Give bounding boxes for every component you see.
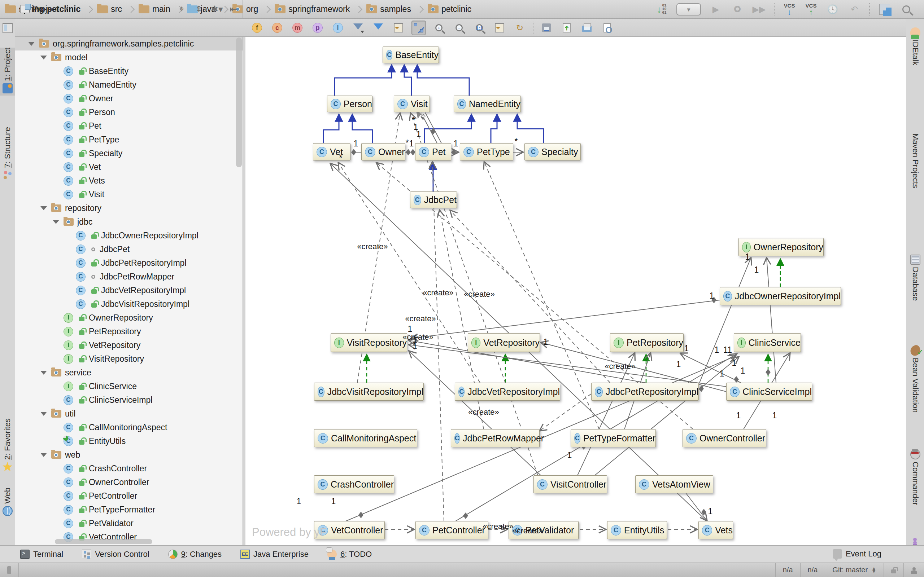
diagram-node-Person[interactable]: CPerson bbox=[327, 95, 373, 112]
expand-arrow-icon[interactable] bbox=[28, 42, 35, 46]
diagram-node-NamedEntity[interactable]: CNamedEntity bbox=[454, 95, 521, 112]
toolwindow-web[interactable]: Web bbox=[0, 488, 15, 518]
show-dependencies-button[interactable] bbox=[391, 21, 406, 35]
tree-row-util[interactable]: util bbox=[15, 407, 242, 421]
tree-row-Visit[interactable]: CVisit bbox=[15, 187, 242, 201]
expand-arrow-icon[interactable] bbox=[40, 453, 47, 457]
fit-content-button[interactable] bbox=[492, 21, 507, 35]
tree-row-ClinicServiceImpl[interactable]: CClinicServiceImpl bbox=[15, 393, 242, 407]
toolwindow-toggle-button[interactable] bbox=[0, 563, 19, 577]
hector-widget[interactable] bbox=[903, 563, 924, 577]
toolwindow-structure[interactable]: 7: Structure bbox=[0, 127, 15, 182]
breadcrumb-item-petclinic[interactable]: petclinic bbox=[428, 0, 472, 18]
tree-row-PetValidator[interactable]: CPetValidator bbox=[15, 516, 242, 530]
tree-row-Pet[interactable]: CPet bbox=[15, 119, 242, 133]
expand-arrow-icon[interactable] bbox=[53, 220, 59, 224]
show-inner-classes-toggle[interactable]: i bbox=[331, 21, 345, 35]
tree-row-JdbcVisitRepositoryImpl[interactable]: CJdbcVisitRepositoryImpl bbox=[15, 297, 242, 311]
tree-row-Vet[interactable]: CVet bbox=[15, 160, 242, 174]
tree-row-OwnerController[interactable]: COwnerController bbox=[15, 475, 242, 489]
tree-row-web[interactable]: web bbox=[15, 448, 242, 462]
diagram-node-Pet[interactable]: CPet bbox=[415, 143, 451, 161]
tree-row-PetController[interactable]: CPetController bbox=[15, 489, 242, 503]
tree-row-VisitRepository[interactable]: IVisitRepository bbox=[15, 352, 242, 366]
show-fields-toggle[interactable]: f bbox=[250, 21, 264, 35]
diagram-node-BaseEntity[interactable]: CBaseEntity bbox=[383, 47, 439, 63]
toolwindow-idetalk[interactable]: IDEtalk bbox=[906, 25, 924, 65]
diagram-node-PetType[interactable]: CPetType bbox=[460, 143, 513, 161]
breadcrumb-item-springframework[interactable]: springframework bbox=[275, 0, 350, 18]
diagram-node-Owner[interactable]: COwner bbox=[361, 143, 405, 161]
toolwindow-version-control[interactable]: Version Control bbox=[82, 550, 149, 559]
settings-gear-button[interactable]: ✱▾ bbox=[211, 4, 221, 15]
tree-row-PetType[interactable]: CPetType bbox=[15, 133, 242, 147]
diagram-node-ClinicService[interactable]: IClinicService bbox=[734, 333, 801, 352]
vcs-update-button[interactable]: VCS↓ bbox=[782, 3, 796, 16]
expand-arrow-icon[interactable] bbox=[40, 371, 47, 375]
diagram-node-JdbcPet[interactable]: CJdbcPet bbox=[410, 192, 457, 208]
tree-row-OwnerRepository[interactable]: IOwnerRepository bbox=[15, 311, 242, 324]
diagram-node-VisitController[interactable]: CVisitController bbox=[533, 475, 607, 493]
diagram-node-Vet[interactable]: CVet bbox=[313, 143, 351, 161]
tree-row-jdbc[interactable]: jdbc bbox=[15, 215, 242, 229]
run-configuration-combo[interactable]: ▼ bbox=[677, 3, 701, 16]
tree-row-ClinicService[interactable]: IClinicService bbox=[15, 379, 242, 393]
tree-row-model[interactable]: model bbox=[15, 50, 242, 64]
diagram-node-OwnerRepository[interactable]: IOwnerRepository bbox=[738, 238, 824, 256]
expand-arrow-icon[interactable] bbox=[40, 56, 47, 60]
breadcrumb-item-samples[interactable]: samples bbox=[366, 0, 411, 18]
tree-row-service[interactable]: service bbox=[15, 366, 242, 379]
diagram-node-CallMonitoringAspect[interactable]: CCallMonitoringAspect bbox=[314, 429, 417, 447]
tree-row-NamedEntity[interactable]: CNamedEntity bbox=[15, 78, 242, 92]
toolwindow-maven[interactable]: Maven Projects bbox=[906, 119, 924, 188]
tree-row-EntityUtils[interactable]: CEntityUtils bbox=[15, 434, 242, 448]
tree-row-PetRepository[interactable]: IPetRepository bbox=[15, 324, 242, 338]
search-everywhere-button[interactable] bbox=[900, 3, 913, 16]
tree-row-Owner[interactable]: COwner bbox=[15, 92, 242, 105]
uml-diagram-canvas[interactable]: CBaseEntityCPersonCVisitCNamedEntityCVet… bbox=[246, 37, 906, 545]
tree-row-CrashController[interactable]: CCrashController bbox=[15, 462, 242, 475]
diagram-node-VisitRepository[interactable]: IVisitRepository bbox=[331, 333, 407, 352]
export-to-file-button[interactable] bbox=[559, 21, 574, 35]
toolwindow-bars-icon[interactable] bbox=[3, 23, 13, 33]
update-project-button[interactable]: ↓011001 bbox=[655, 3, 669, 16]
tree-horizontal-scrollbar[interactable] bbox=[55, 539, 152, 544]
diagram-node-EntityUtils[interactable]: CEntityUtils bbox=[607, 521, 667, 539]
toolwindow-changes[interactable]: 9: Changes bbox=[168, 550, 222, 559]
tree-row-org.springframework.samples.petclinic[interactable]: org.springframework.samples.petclinic bbox=[15, 37, 242, 50]
diagram-node-PetTypeFormatter[interactable]: CPetTypeFormatter bbox=[571, 429, 656, 447]
diagram-node-ClinicServiceImpl[interactable]: CClinicServiceImpl bbox=[726, 383, 812, 401]
diagram-node-JdbcPetRowMapper[interactable]: CJdbcPetRowMapper bbox=[451, 429, 540, 447]
toolwindow-database[interactable]: Database bbox=[906, 253, 924, 301]
tree-row-VetRepository[interactable]: IVetRepository bbox=[15, 338, 242, 352]
tree-row-PetTypeFormatter[interactable]: CPetTypeFormatter bbox=[15, 503, 242, 516]
show-constructors-toggle[interactable]: c bbox=[270, 21, 284, 35]
zoom-in-button[interactable]: + bbox=[432, 21, 446, 35]
line-tool-button[interactable] bbox=[412, 21, 426, 35]
tree-row-JdbcVetRepositoryImpl[interactable]: CJdbcVetRepositoryImpl bbox=[15, 284, 242, 297]
actual-size-button[interactable]: 1:1 bbox=[472, 21, 486, 35]
scope-filter-button[interactable] bbox=[371, 21, 386, 35]
show-properties-toggle[interactable]: p bbox=[310, 21, 325, 35]
tree-row-repository[interactable]: repository bbox=[15, 201, 242, 215]
print-preview-button[interactable] bbox=[600, 21, 614, 35]
diagram-node-PetRepository[interactable]: IPetRepository bbox=[610, 333, 683, 352]
project-view-selector[interactable]: Project bbox=[20, 4, 69, 14]
vcs-commit-button[interactable]: VCS↑ bbox=[804, 3, 818, 16]
tree-row-BaseEntity[interactable]: CBaseEntity bbox=[15, 64, 242, 78]
show-methods-toggle[interactable]: m bbox=[290, 21, 305, 35]
diagram-node-JdbcOwnerRepositoryImpl[interactable]: CJdbcOwnerRepositoryImpl bbox=[720, 287, 841, 305]
visibility-filter-dropdown[interactable] bbox=[351, 21, 365, 35]
diagram-node-Visit[interactable]: CVisit bbox=[394, 95, 430, 112]
diagram-node-VetsAtomView[interactable]: CVetsAtomView bbox=[635, 475, 713, 493]
diagram-node-CrashController[interactable]: CCrashController bbox=[314, 475, 394, 493]
diagram-node-JdbcPetRepositoryImpl[interactable]: CJdbcPetRepositoryImpl bbox=[591, 383, 699, 401]
diagram-node-Specialty[interactable]: CSpecialty bbox=[525, 143, 581, 161]
lock-widget[interactable] bbox=[884, 563, 903, 577]
print-button[interactable] bbox=[580, 21, 594, 35]
expand-arrow-icon[interactable] bbox=[40, 412, 47, 416]
diagram-node-Vets[interactable]: CVets bbox=[698, 521, 733, 539]
tree-row-CallMonitoringAspect[interactable]: CCallMonitoringAspect bbox=[15, 421, 242, 434]
tree-row-JdbcPetRepositoryImpl[interactable]: CJdbcPetRepositoryImpl bbox=[15, 256, 242, 270]
diagram-node-PetController[interactable]: CPetController bbox=[415, 521, 488, 539]
